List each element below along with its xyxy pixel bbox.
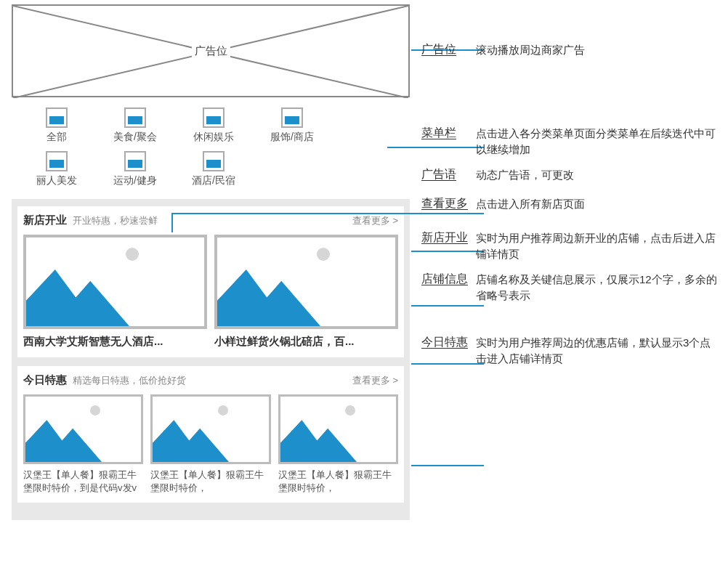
section-title: 新店开业 <box>23 214 67 227</box>
callout-key: 广告位 <box>421 42 476 59</box>
card-caption: 汉堡王【单人餐】狠霸王牛堡限时特价， <box>150 468 270 494</box>
callout-key: 广告语 <box>421 167 476 184</box>
section-header: 今日特惠 精选每日特惠，低价抢好货 查看更多 > <box>23 373 398 387</box>
category-item-food[interactable]: 美食/聚会 <box>96 107 174 144</box>
callout-key: 店铺信息 <box>421 272 476 304</box>
callout-today: 今日特惠 实时为用户推荐周边的优惠店铺，默认显示3个点击进入店铺详情页 <box>421 335 719 368</box>
callout-ad: 广告位 滚动播放周边商家广告 <box>421 42 719 59</box>
today-deal-card[interactable]: 汉堡王【单人餐】狠霸王牛堡限时特价，到是代码v发v <box>23 394 143 494</box>
callout-shop: 店铺信息 店铺名称及关键信息展示，仅展示12个字，多余的省略号表示 <box>421 272 719 304</box>
callout-key: 今日特惠 <box>421 335 476 368</box>
today-deal-card[interactable]: 汉堡王【单人餐】狠霸王牛堡限时特价， <box>278 394 398 494</box>
callout-menu: 菜单栏 点击进入各分类菜单页面分类菜单在后续迭代中可以继续增加 <box>421 126 719 158</box>
category-label: 服饰/商店 <box>253 131 331 144</box>
callout-text: 动态广告语，可更改 <box>476 167 719 184</box>
content-board: 新店开业 开业特惠，秒速尝鲜 查看更多 > 西南大学艾斯智慧无人酒店... <box>12 199 410 520</box>
see-more-link[interactable]: 查看更多 > <box>352 214 398 227</box>
section-header: 新店开业 开业特惠，秒速尝鲜 查看更多 > <box>23 214 398 227</box>
ad-slot[interactable]: 广告位 <box>12 4 410 97</box>
image-placeholder-icon <box>150 394 270 464</box>
card-caption: 汉堡王【单人餐】狠霸王牛堡限时特价， <box>278 468 398 494</box>
category-grid: 全部 美食/聚会 休闲娱乐 服饰/商店 丽人美发 运动/健身 酒店/民宿 <box>12 107 410 195</box>
callouts-panel: 广告位 滚动播放周边商家广告 菜单栏 点击进入各分类菜单页面分类菜单在后续迭代中… <box>421 0 719 376</box>
svg-marker-2 <box>26 269 129 326</box>
svg-marker-4 <box>25 420 102 462</box>
image-icon <box>203 151 225 171</box>
callout-slogan: 广告语 动态广告语，可更改 <box>421 167 719 184</box>
new-open-card[interactable]: 西南大学艾斯智慧无人酒店... <box>23 235 207 349</box>
svg-marker-6 <box>280 420 357 462</box>
category-label: 丽人美发 <box>17 174 96 187</box>
category-label: 酒店/民宿 <box>174 174 253 187</box>
card-caption: 小样过鲜货火锅北碚店，百... <box>214 335 398 349</box>
section-title: 今日特惠 <box>23 373 67 387</box>
section-new-open: 新店开业 开业特惠，秒速尝鲜 查看更多 > 西南大学艾斯智慧无人酒店... <box>17 206 404 357</box>
card-caption: 汉堡王【单人餐】狠霸王牛堡限时特价，到是代码v发v <box>23 468 143 494</box>
callout-key: 菜单栏 <box>421 126 476 158</box>
callout-text: 实时为用户推荐周边的优惠店铺，默认显示3个点击进入店铺详情页 <box>476 335 719 368</box>
image-icon <box>124 151 146 171</box>
callout-text: 点击进入各分类菜单页面分类菜单在后续迭代中可以继续增加 <box>476 126 719 158</box>
svg-marker-5 <box>153 420 229 462</box>
category-item-leisure[interactable]: 休闲娱乐 <box>174 107 253 144</box>
category-item-hotel[interactable]: 酒店/民宿 <box>174 151 253 187</box>
image-icon <box>281 107 303 128</box>
category-item-beauty[interactable]: 丽人美发 <box>17 151 96 187</box>
new-open-card[interactable]: 小样过鲜货火锅北碚店，百... <box>214 235 398 349</box>
callout-text: 点击进入所有新店页面 <box>476 196 719 213</box>
section-subtitle: 精选每日特惠，低价抢好货 <box>73 374 352 387</box>
category-label: 休闲娱乐 <box>174 131 253 144</box>
image-placeholder-icon <box>23 394 143 464</box>
today-deal-card[interactable]: 汉堡王【单人餐】狠霸王牛堡限时特价， <box>150 394 270 494</box>
image-icon <box>46 151 68 171</box>
category-label: 全部 <box>17 131 96 144</box>
image-placeholder-icon <box>23 235 207 329</box>
app-mock: 广告位 全部 美食/聚会 休闲娱乐 服饰/商店 丽人美发 运动/健身 <box>12 4 410 520</box>
category-label: 美食/聚会 <box>96 131 174 144</box>
see-more-link[interactable]: 查看更多 > <box>352 374 398 387</box>
callout-text: 实时为用户推荐周边新开业的店铺，点击后进入店铺详情页 <box>476 230 719 263</box>
section-today-deal: 今日特惠 精选每日特惠，低价抢好货 查看更多 > 汉堡王【单人餐】狠霸王牛堡限时… <box>17 366 404 503</box>
image-placeholder-icon <box>214 235 398 329</box>
category-item-shop[interactable]: 服饰/商店 <box>253 107 331 144</box>
category-item-sport[interactable]: 运动/健身 <box>96 151 174 187</box>
image-icon <box>203 107 225 128</box>
leader-line-icon <box>411 465 484 466</box>
callout-text: 滚动播放周边商家广告 <box>476 42 719 59</box>
ad-slot-label: 广告位 <box>192 44 230 58</box>
image-icon <box>124 107 146 128</box>
category-label: 运动/健身 <box>96 174 174 187</box>
callout-newopen: 新店开业 实时为用户推荐周边新开业的店铺，点击后进入店铺详情页 <box>421 230 719 263</box>
image-icon <box>46 107 68 128</box>
callout-text: 店铺名称及关键信息展示，仅展示12个字，多余的省略号表示 <box>476 272 719 304</box>
callout-key: 查看更多 <box>421 196 476 213</box>
image-placeholder-icon <box>278 394 398 464</box>
svg-marker-3 <box>217 269 320 326</box>
section-subtitle: 开业特惠，秒速尝鲜 <box>73 214 352 227</box>
callout-key: 新店开业 <box>421 230 476 263</box>
callout-more: 查看更多 点击进入所有新店页面 <box>421 196 719 213</box>
card-caption: 西南大学艾斯智慧无人酒店... <box>23 335 207 349</box>
category-item-all[interactable]: 全部 <box>17 107 96 144</box>
